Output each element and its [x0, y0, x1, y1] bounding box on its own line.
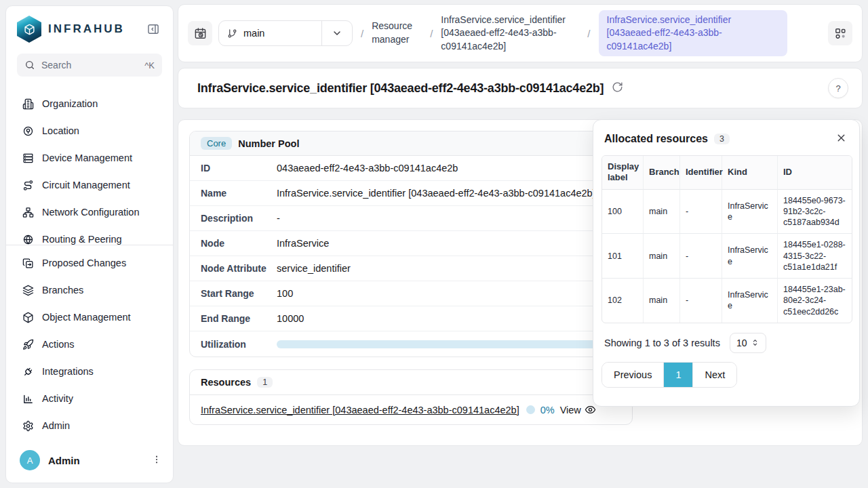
- cell-id: 184455e1-23ab-80e2-3c24-c51eec2dd26c: [777, 279, 852, 323]
- sidebar-item-actions[interactable]: Actions: [6, 331, 173, 358]
- field-value: service_identifier: [277, 263, 351, 274]
- resources-card-header: Resources 1: [190, 370, 632, 395]
- refresh-button[interactable]: [612, 81, 623, 95]
- field-value: 043aeaed-eff2-4e43-a3bb-c09141ac4e2b: [277, 163, 458, 174]
- breadcrumb-current[interactable]: InfraService.service_identifier [043aeae…: [599, 10, 787, 57]
- field-label: ID: [201, 163, 277, 174]
- allocated-resources-panel: Allocated resources 3 Display label Bran…: [593, 119, 860, 407]
- sidebar-item-circuit-management[interactable]: Circuit Management: [6, 171, 173, 199]
- field-label: Description: [201, 213, 277, 224]
- breadcrumb-resource-manager[interactable]: Resource manager: [372, 20, 422, 46]
- graph-nodes-icon: [834, 27, 847, 40]
- page-size-select[interactable]: 10: [730, 333, 767, 353]
- sidebar-item-routing-peering[interactable]: Routing & Peering: [6, 226, 173, 245]
- brand-name: INFRAHUB: [48, 22, 144, 36]
- field-value: InfraService.service_identifier [043aeae…: [277, 188, 595, 199]
- server-icon: [22, 152, 34, 164]
- branch-selector[interactable]: main: [218, 20, 353, 46]
- close-panel-button[interactable]: [834, 131, 848, 147]
- time-travel-button[interactable]: [188, 21, 212, 45]
- cell-kind: InfraService: [722, 190, 777, 235]
- sidebar-item-branches[interactable]: Branches: [6, 277, 173, 304]
- globe-icon: [22, 234, 34, 245]
- resources-count-badge: 1: [257, 377, 273, 388]
- layers-icon: [22, 285, 34, 296]
- sidebar-item-admin[interactable]: Admin: [6, 412, 173, 439]
- sidebar-header: INFRAHUB: [6, 6, 173, 49]
- table-row[interactable]: 101 main - InfraService 184455e1-0288-43…: [602, 234, 852, 279]
- search-input[interactable]: Search ^K: [17, 54, 162, 77]
- sidebar-item-label: Admin: [42, 420, 70, 431]
- eye-icon: [585, 404, 596, 415]
- sidebar: INFRAHUB Search ^K Organization Location…: [5, 5, 174, 483]
- panel-count-badge: 3: [714, 134, 730, 144]
- page-size-value: 10: [736, 338, 747, 348]
- user-menu-button[interactable]: [151, 454, 162, 467]
- column-header: Kind: [722, 156, 777, 190]
- sidebar-item-organization[interactable]: Organization: [6, 90, 173, 117]
- route-icon: [22, 180, 34, 191]
- cell-display-label: 102: [602, 279, 643, 323]
- rocket-icon: [22, 339, 34, 350]
- pagination: Previous 1 Next: [601, 362, 737, 388]
- breadcrumb-pool[interactable]: InfraService.service_identifier [043aeae…: [441, 14, 579, 54]
- table-row[interactable]: 102 main - InfraService 184455e1-23ab-80…: [602, 279, 852, 323]
- panel-title: Allocated resources: [604, 133, 708, 145]
- next-page-button[interactable]: Next: [692, 363, 736, 387]
- table-row[interactable]: 100 main - InfraService 184455e0-9673-91…: [602, 190, 852, 235]
- resource-link[interactable]: InfraService.service_identifier [043aeae…: [201, 405, 519, 415]
- sidebar-item-label: Organization: [42, 98, 98, 109]
- sidebar-item-object-management[interactable]: Object Management: [6, 304, 173, 331]
- sidebar-item-label: Proposed Changes: [42, 258, 126, 268]
- field-label: Utilization: [201, 339, 277, 350]
- title-bar: InfraService.service_identifier [043aeae…: [178, 68, 863, 108]
- utilization-dot-icon: [526, 405, 535, 414]
- panel-header: Allocated resources 3: [601, 128, 851, 155]
- field-label: Start Range: [201, 288, 277, 299]
- kebab-menu-icon: [151, 454, 162, 465]
- field-value: 100: [277, 288, 293, 299]
- avatar: A: [20, 450, 40, 470]
- sidebar-item-label: Actions: [42, 339, 75, 350]
- user-row: A Admin: [6, 441, 173, 483]
- field-value: -: [277, 213, 280, 224]
- cell-id: 184455e0-9673-91b2-3c2c-c5187aab934d: [777, 190, 852, 235]
- cube-icon: [22, 312, 34, 323]
- sidebar-item-label: Circuit Management: [42, 180, 130, 190]
- page-1-button[interactable]: 1: [664, 363, 692, 387]
- sidebar-item-label: Location: [42, 125, 79, 136]
- sidebar-nav-secondary: Proposed Changes Branches Object Managem…: [6, 245, 173, 439]
- search-icon: [24, 60, 35, 70]
- field-value: InfraService: [277, 238, 329, 249]
- sidebar-item-location[interactable]: Location: [6, 117, 173, 144]
- sidebar-item-integrations[interactable]: Integrations: [6, 358, 173, 385]
- infrahub-logo-icon: [17, 16, 41, 43]
- sidebar-item-device-management[interactable]: Device Management: [6, 144, 173, 171]
- sidebar-item-activity[interactable]: Activity: [6, 385, 173, 412]
- sidebar-item-label: Integrations: [42, 366, 94, 377]
- sidebar-item-proposed-changes[interactable]: Proposed Changes: [6, 249, 173, 277]
- plug-icon: [22, 366, 34, 378]
- panel-collapse-icon: [146, 22, 160, 36]
- schema-visualizer-button[interactable]: [828, 21, 852, 45]
- column-header: Branch: [643, 156, 679, 190]
- field-value: 10000: [277, 313, 304, 324]
- sidebar-nav-primary: Organization Location Device Management …: [6, 87, 173, 245]
- results-summary: Showing 1 to 3 of 3 results: [604, 338, 720, 348]
- cell-branch: main: [643, 279, 679, 323]
- chart-icon: [22, 393, 34, 405]
- git-branch-icon: [227, 28, 237, 39]
- previous-page-button[interactable]: Previous: [602, 363, 664, 387]
- column-header: ID: [777, 156, 852, 190]
- search-placeholder: Search: [41, 60, 71, 70]
- sidebar-item-network-configuration[interactable]: Network Configuration: [6, 199, 173, 226]
- view-resource-button[interactable]: View: [560, 404, 596, 415]
- cell-kind: InfraService: [722, 234, 777, 279]
- gear-icon: [22, 420, 34, 432]
- cell-display-label: 100: [602, 190, 643, 235]
- page-title: InfraService.service_identifier [043aeae…: [197, 81, 604, 96]
- collapse-sidebar-button[interactable]: [144, 20, 162, 38]
- location-icon: [22, 125, 34, 137]
- help-button[interactable]: ?: [828, 78, 848, 98]
- cell-identifier: -: [679, 279, 722, 323]
